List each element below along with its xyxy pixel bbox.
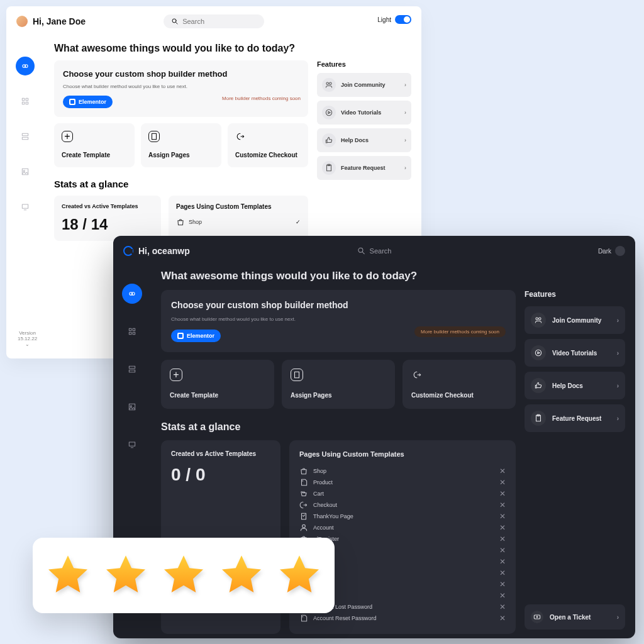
svg-rect-28 bbox=[133, 332, 135, 335]
feature-request[interactable]: Feature Request› bbox=[317, 156, 411, 180]
builder-note: More builder methods coming soon bbox=[414, 326, 506, 337]
sidebar-item-home[interactable] bbox=[122, 284, 142, 304]
close-icon[interactable]: ✕ bbox=[499, 501, 506, 509]
action-assign-pages[interactable]: Assign Pages bbox=[141, 123, 221, 167]
svg-line-1 bbox=[176, 23, 178, 25]
page-row: Shop ✓ bbox=[176, 218, 301, 226]
grid-icon bbox=[21, 97, 30, 106]
image-icon bbox=[21, 167, 30, 176]
sidebar-item-layout[interactable] bbox=[16, 127, 35, 146]
action-create-template[interactable]: +Create Template bbox=[54, 123, 135, 167]
clipboard-icon bbox=[531, 411, 546, 426]
sidebar-item-display[interactable] bbox=[16, 197, 35, 216]
features-title: Features bbox=[525, 290, 625, 299]
layout-icon bbox=[21, 132, 30, 141]
action-create-template[interactable]: +Create Template bbox=[161, 360, 274, 409]
check-icon: ✓ bbox=[296, 219, 301, 225]
toggle-switch-icon[interactable] bbox=[395, 15, 411, 24]
monitor-icon bbox=[21, 203, 30, 211]
open-ticket-button[interactable]: Open a Ticket › bbox=[525, 604, 625, 630]
stats-heading: Stats at a glance bbox=[54, 179, 308, 189]
feature-help-docs[interactable]: Help Docs› bbox=[317, 128, 411, 152]
svg-point-39 bbox=[535, 350, 541, 355]
play-icon bbox=[322, 106, 336, 119]
close-icon[interactable]: ✕ bbox=[499, 478, 506, 487]
close-icon[interactable]: ✕ bbox=[499, 467, 506, 475]
search-input[interactable] bbox=[182, 18, 257, 25]
search-bar[interactable]: Search bbox=[357, 247, 392, 255]
row-icon bbox=[299, 501, 308, 509]
chevron-right-icon: › bbox=[404, 82, 406, 88]
avatar[interactable] bbox=[16, 16, 28, 27]
feature-join-community[interactable]: Join Community› bbox=[525, 306, 625, 334]
chevron-right-icon: › bbox=[617, 415, 619, 422]
sidebar-item-apps[interactable] bbox=[16, 92, 35, 111]
elementor-chip[interactable]: Elementor bbox=[63, 96, 113, 108]
stats-pages-templates: Pages Using Custom Templates Shop ✓ bbox=[169, 196, 308, 241]
svg-point-38 bbox=[539, 318, 541, 320]
monitor-icon bbox=[128, 440, 136, 449]
greeting: Hi, oceanwp bbox=[138, 246, 190, 256]
close-icon[interactable]: ✕ bbox=[499, 523, 506, 532]
sidebar-item-image[interactable] bbox=[122, 397, 142, 417]
link-icon bbox=[128, 289, 136, 298]
feature-help-docs[interactable]: Help Docs› bbox=[525, 372, 625, 399]
theme-toggle[interactable]: Light bbox=[377, 15, 411, 24]
feature-request[interactable]: Feature Request› bbox=[525, 404, 625, 432]
feature-join-community[interactable]: Join Community› bbox=[317, 73, 411, 97]
sidebar-item-image[interactable] bbox=[16, 162, 35, 181]
close-icon[interactable]: ✕ bbox=[499, 602, 506, 611]
chevron-right-icon: › bbox=[617, 382, 619, 389]
users-icon bbox=[531, 313, 546, 328]
features-title: Features bbox=[317, 60, 411, 68]
close-icon[interactable]: ✕ bbox=[499, 546, 506, 555]
page-row: Account✕ bbox=[299, 522, 506, 533]
page-row: Account Reset Password✕ bbox=[299, 613, 506, 624]
builder-card: Choose your custom shop builder method C… bbox=[161, 290, 516, 352]
svg-rect-25 bbox=[129, 328, 131, 331]
action-customize-checkout[interactable]: Customize Checkout bbox=[228, 123, 308, 167]
features-panel: Features Join Community› Video Tutorials… bbox=[317, 60, 411, 241]
row-icon bbox=[299, 523, 308, 532]
page-heading: What awesome things would you like to do… bbox=[54, 43, 411, 54]
row-icon bbox=[299, 614, 308, 623]
svg-rect-12 bbox=[22, 204, 28, 208]
builder-title: Choose your custom shop builder method bbox=[171, 300, 506, 310]
sidebar-item-apps[interactable] bbox=[122, 321, 142, 341]
toggle-icon[interactable] bbox=[615, 246, 625, 256]
close-icon[interactable]: ✕ bbox=[499, 512, 506, 521]
star-icon bbox=[102, 552, 150, 599]
star-icon bbox=[44, 552, 92, 599]
svg-rect-7 bbox=[26, 102, 28, 104]
users-icon bbox=[322, 78, 336, 92]
close-icon[interactable]: ✕ bbox=[499, 580, 506, 589]
layout-icon bbox=[128, 365, 136, 374]
stats-value: 0 / 0 bbox=[171, 465, 270, 485]
chevron-down-icon[interactable]: ⌄ bbox=[18, 341, 37, 347]
elementor-chip[interactable]: Elementor bbox=[171, 330, 221, 342]
svg-rect-6 bbox=[22, 102, 25, 104]
close-icon[interactable]: ✕ bbox=[499, 535, 506, 543]
exit-icon bbox=[235, 131, 247, 142]
close-icon[interactable]: ✕ bbox=[499, 614, 506, 623]
action-assign-pages[interactable]: Assign Pages bbox=[282, 360, 395, 409]
close-icon[interactable]: ✕ bbox=[499, 489, 506, 498]
row-icon bbox=[299, 489, 308, 498]
close-icon[interactable]: ✕ bbox=[499, 569, 506, 577]
close-icon[interactable]: ✕ bbox=[499, 591, 506, 600]
sidebar-item-home[interactable] bbox=[16, 57, 35, 75]
close-icon[interactable]: ✕ bbox=[499, 557, 506, 566]
svg-point-18 bbox=[326, 109, 331, 115]
action-customize-checkout[interactable]: Customize Checkout bbox=[402, 360, 516, 409]
builder-subtitle: Choose what builder method would you lik… bbox=[171, 316, 506, 322]
feature-video-tutorials[interactable]: Video Tutorials› bbox=[317, 101, 411, 125]
light-sidebar bbox=[6, 36, 44, 358]
theme-toggle[interactable]: Dark bbox=[598, 246, 625, 256]
svg-rect-35 bbox=[295, 372, 299, 377]
sidebar-item-layout[interactable] bbox=[122, 359, 142, 379]
search-bar[interactable] bbox=[164, 14, 264, 28]
feature-video-tutorials[interactable]: Video Tutorials› bbox=[525, 339, 625, 367]
builder-subtitle: Choose what builder method would you lik… bbox=[63, 84, 299, 89]
svg-point-11 bbox=[23, 170, 25, 172]
sidebar-item-display[interactable] bbox=[122, 435, 142, 455]
